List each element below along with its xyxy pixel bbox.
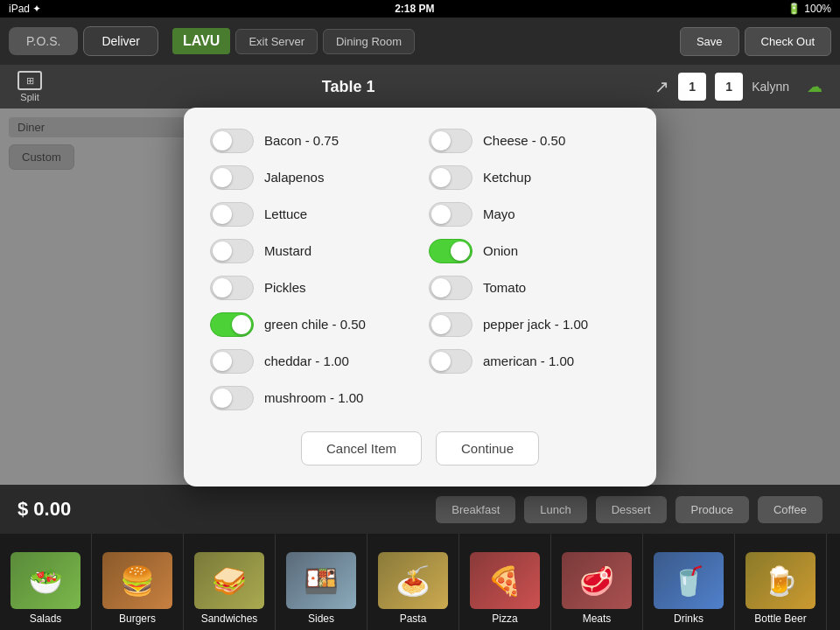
category-thumb-sandwiches: 🥪 (194, 552, 264, 609)
seat-badge-2[interactable]: 1 (715, 73, 743, 101)
toggle-jalapenos[interactable] (210, 165, 254, 190)
category-item-salads[interactable]: 🥗Salads (0, 534, 92, 630)
split-icon: ⊞ (18, 71, 42, 90)
seat-badge-1[interactable]: 1 (678, 73, 706, 101)
price-bar: $ 0.00 Breakfast Lunch Dessert Produce C… (0, 485, 840, 534)
main-content: Diner Custom 🍔 Bacon CheeseBurger Bacon … (0, 108, 840, 485)
toggle-lettuce[interactable] (210, 202, 254, 227)
toggle-onion[interactable] (429, 239, 472, 263)
split-button[interactable]: ⊞ Split (18, 71, 42, 102)
modal-actions: Cancel Item Continue (210, 431, 630, 466)
battery-percent: 100% (804, 3, 831, 15)
expand-icon[interactable]: ↗ (654, 76, 669, 97)
modifier-row-jalapenos: Jalapenos (210, 165, 411, 190)
cloud-icon: ☁ (807, 77, 822, 96)
modifier-label-greenchile: green chile - 0.50 (264, 317, 366, 332)
toggle-pickles[interactable] (210, 276, 254, 300)
category-thumb-meats: 🥩 (562, 552, 632, 609)
category-item-drinks[interactable]: 🥤Drinks (643, 534, 735, 630)
status-right: 🔋 100% (788, 3, 831, 15)
checkout-button[interactable]: Check Out (745, 27, 831, 56)
modifier-row-mushroom: mushroom - 1.00 (210, 386, 411, 410)
modifier-row-tomato: Tomato (429, 276, 630, 300)
category-thumb-pizza: 🍕 (470, 552, 540, 609)
category-bar: 🥗Salads🍔Burgers🥪Sandwiches🍱Sides🍝Pasta🍕P… (0, 534, 840, 630)
status-bar: iPad ✦ 2:18 PM 🔋 100% (0, 0, 840, 18)
toggle-cheddar[interactable] (210, 349, 254, 374)
modifier-label-cheddar: cheddar - 1.00 (264, 354, 349, 368)
toggle-tomato[interactable] (429, 276, 472, 300)
modifier-label-mushroom: mushroom - 1.00 (264, 390, 363, 405)
status-time: 2:18 PM (395, 3, 434, 15)
tab-lunch[interactable]: Lunch (524, 496, 586, 523)
modifier-label-mustard: Mustard (264, 243, 312, 258)
modifier-label-cheese: Cheese - 0.50 (483, 133, 565, 148)
table-title: Table 1 (51, 78, 646, 96)
toggle-mayo[interactable] (429, 202, 472, 227)
lavu-logo: LAVU (172, 28, 230, 54)
modifier-label-pickles: Pickles (264, 280, 306, 295)
modifier-row-cheddar: cheddar - 1.00 (210, 349, 411, 374)
save-button[interactable]: Save (680, 27, 739, 56)
tab-breakfast[interactable]: Breakfast (436, 496, 515, 523)
toggle-ketchup[interactable] (429, 165, 472, 190)
pos-button[interactable]: P.O.S. (9, 27, 78, 55)
toggle-cheese[interactable] (429, 129, 472, 153)
cancel-item-button[interactable]: Cancel Item (301, 431, 422, 466)
category-thumb-drinks: 🥤 (654, 552, 724, 609)
modifier-label-lettuce: Lettuce (264, 206, 307, 221)
modifier-row-greenchile: green chile - 0.50 (210, 312, 411, 337)
tab-coffee[interactable]: Coffee (758, 496, 822, 523)
category-label-salads: Salads (30, 612, 62, 625)
deliver-button[interactable]: Deliver (83, 26, 158, 56)
category-item-pasta[interactable]: 🍝Pasta (368, 534, 459, 630)
modifier-row-mayo: Mayo (429, 202, 630, 227)
category-label-drinks: Drinks (674, 612, 704, 625)
category-label-sandwiches: Sandwiches (201, 612, 258, 625)
continue-button[interactable]: Continue (436, 431, 539, 466)
modifier-row-ketchup: Ketchup (429, 165, 630, 190)
category-label-sides: Sides (308, 612, 334, 625)
toggle-bacon[interactable] (210, 129, 254, 153)
category-thumb-burgers: 🍔 (102, 552, 172, 609)
modifier-row-pepperjack: pepper jack - 1.00 (429, 312, 630, 337)
dining-room-button[interactable]: Dining Room (323, 29, 415, 54)
battery-icon: 🔋 (788, 3, 801, 15)
modifier-row-mustard: Mustard (210, 239, 411, 263)
category-label-burgers: Burgers (119, 612, 156, 625)
category-item-meats[interactable]: 🥩Meats (551, 534, 643, 630)
modifier-label-tomato: Tomato (483, 280, 526, 295)
modifier-grid: Bacon - 0.75Cheese - 0.50JalapenosKetchu… (210, 129, 630, 410)
modifier-label-mayo: Mayo (483, 206, 515, 221)
toggle-greenchile[interactable] (210, 312, 254, 337)
category-thumb-sides: 🍱 (286, 552, 356, 609)
modifier-row-bacon: Bacon - 0.75 (210, 129, 411, 153)
category-item-sandwiches[interactable]: 🥪Sandwiches (184, 534, 276, 630)
modifier-label-jalapenos: Jalapenos (264, 170, 324, 185)
exit-server-button[interactable]: Exit Server (235, 29, 318, 54)
modifier-row-american: american - 1.00 (429, 349, 630, 374)
tab-produce[interactable]: Produce (676, 496, 749, 523)
category-label-beers: Bottle Beer (754, 612, 806, 625)
toggle-mushroom[interactable] (210, 386, 254, 410)
tab-dessert[interactable]: Dessert (596, 496, 667, 523)
category-item-burgers[interactable]: 🍔Burgers (92, 534, 184, 630)
modifier-label-bacon: Bacon - 0.75 (264, 133, 339, 148)
category-item-sides[interactable]: 🍱Sides (276, 534, 368, 630)
toggle-pepperjack[interactable] (429, 312, 472, 337)
category-thumb-pasta: 🍝 (378, 552, 448, 609)
modifier-row-onion: Onion (429, 239, 630, 263)
category-item-pizza[interactable]: 🍕Pizza (459, 534, 551, 630)
modifier-label-ketchup: Ketchup (483, 170, 531, 185)
price-display: $ 0.00 (18, 498, 71, 521)
toggle-american[interactable] (429, 349, 472, 374)
modifier-row-lettuce: Lettuce (210, 202, 411, 227)
sub-nav: ⊞ Split Table 1 ↗ 1 1 Kalynn ☁ (0, 65, 840, 108)
category-thumb-beers: 🍺 (746, 552, 816, 609)
modifier-label-american: american - 1.00 (483, 354, 574, 368)
toggle-mustard[interactable] (210, 239, 254, 263)
modifier-row-pickles: Pickles (210, 276, 411, 300)
category-label-meats: Meats (583, 612, 612, 625)
category-item-beers[interactable]: 🍺Bottle Beer (735, 534, 827, 630)
category-thumb-salads: 🥗 (10, 552, 80, 609)
